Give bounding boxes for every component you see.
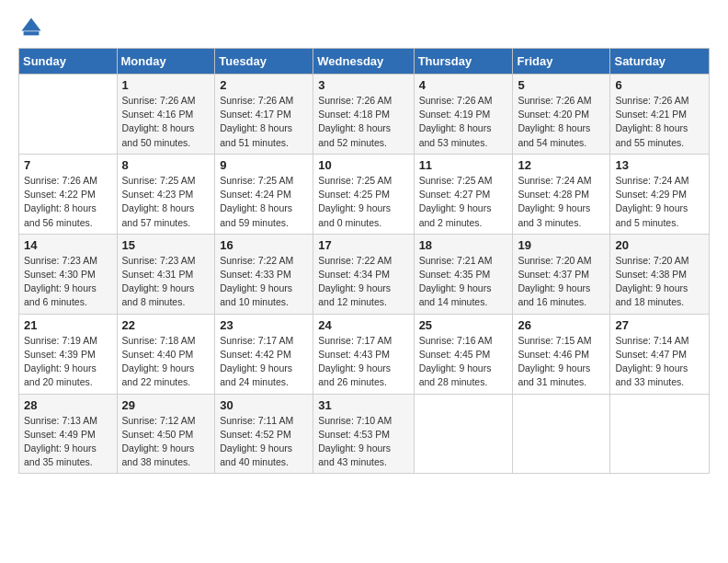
- day-detail: Sunrise: 7:25 AMSunset: 4:23 PMDaylight:…: [122, 174, 210, 230]
- logo-icon: [18, 15, 44, 40]
- day-detail: Sunrise: 7:20 AMSunset: 4:37 PMDaylight:…: [518, 254, 605, 310]
- day-cell: 15Sunrise: 7:23 AMSunset: 4:31 PMDayligh…: [117, 234, 215, 314]
- day-detail: Sunrise: 7:17 AMSunset: 4:43 PMDaylight:…: [318, 334, 408, 390]
- day-cell: 12Sunrise: 7:24 AMSunset: 4:28 PMDayligh…: [513, 154, 610, 234]
- day-cell: 11Sunrise: 7:25 AMSunset: 4:27 PMDayligh…: [414, 154, 513, 234]
- day-number: 28: [24, 398, 112, 412]
- header-day-tuesday: Tuesday: [215, 49, 313, 75]
- day-cell: 8Sunrise: 7:25 AMSunset: 4:23 PMDaylight…: [117, 154, 215, 234]
- day-number: 23: [220, 318, 308, 332]
- day-number: 21: [24, 318, 112, 332]
- day-number: 22: [122, 318, 210, 332]
- day-number: 12: [518, 158, 605, 172]
- day-cell: 3Sunrise: 7:26 AMSunset: 4:18 PMDaylight…: [313, 75, 414, 155]
- header-day-friday: Friday: [513, 49, 610, 75]
- day-number: 2: [220, 78, 308, 92]
- day-number: 19: [518, 238, 605, 252]
- day-cell: 29Sunrise: 7:12 AMSunset: 4:50 PMDayligh…: [117, 394, 215, 474]
- day-number: 11: [419, 158, 508, 172]
- day-detail: Sunrise: 7:25 AMSunset: 4:25 PMDaylight:…: [318, 174, 408, 230]
- day-detail: Sunrise: 7:15 AMSunset: 4:46 PMDaylight:…: [518, 334, 605, 390]
- day-cell: 19Sunrise: 7:20 AMSunset: 4:37 PMDayligh…: [513, 234, 610, 314]
- day-detail: Sunrise: 7:26 AMSunset: 4:20 PMDaylight:…: [518, 94, 605, 150]
- day-cell: 2Sunrise: 7:26 AMSunset: 4:17 PMDaylight…: [215, 75, 313, 155]
- day-cell: 31Sunrise: 7:10 AMSunset: 4:53 PMDayligh…: [313, 394, 414, 474]
- day-detail: Sunrise: 7:17 AMSunset: 4:42 PMDaylight:…: [220, 334, 308, 390]
- day-number: 1: [122, 78, 210, 92]
- day-number: 16: [220, 238, 308, 252]
- day-number: 31: [318, 398, 408, 412]
- day-detail: Sunrise: 7:23 AMSunset: 4:30 PMDaylight:…: [24, 254, 112, 310]
- day-detail: Sunrise: 7:26 AMSunset: 4:16 PMDaylight:…: [122, 94, 210, 150]
- day-cell: [414, 394, 513, 474]
- day-cell: 18Sunrise: 7:21 AMSunset: 4:35 PMDayligh…: [414, 234, 513, 314]
- logo: [18, 15, 48, 40]
- calendar-header: SundayMondayTuesdayWednesdayThursdayFrid…: [19, 49, 710, 75]
- day-cell: 4Sunrise: 7:26 AMSunset: 4:19 PMDaylight…: [414, 75, 513, 155]
- day-detail: Sunrise: 7:21 AMSunset: 4:35 PMDaylight:…: [419, 254, 508, 310]
- day-number: 3: [318, 78, 408, 92]
- day-detail: Sunrise: 7:11 AMSunset: 4:52 PMDaylight:…: [220, 414, 308, 470]
- header-day-thursday: Thursday: [414, 49, 513, 75]
- calendar-body: 1Sunrise: 7:26 AMSunset: 4:16 PMDaylight…: [19, 75, 710, 474]
- header-row: SundayMondayTuesdayWednesdayThursdayFrid…: [19, 49, 710, 75]
- day-cell: 10Sunrise: 7:25 AMSunset: 4:25 PMDayligh…: [313, 154, 414, 234]
- day-cell: 6Sunrise: 7:26 AMSunset: 4:21 PMDaylight…: [610, 75, 710, 155]
- header-day-wednesday: Wednesday: [313, 49, 414, 75]
- day-detail: Sunrise: 7:26 AMSunset: 4:19 PMDaylight:…: [419, 94, 508, 150]
- day-detail: Sunrise: 7:26 AMSunset: 4:17 PMDaylight:…: [220, 94, 308, 150]
- day-detail: Sunrise: 7:14 AMSunset: 4:47 PMDaylight:…: [615, 334, 704, 390]
- day-cell: 13Sunrise: 7:24 AMSunset: 4:29 PMDayligh…: [610, 154, 710, 234]
- day-detail: Sunrise: 7:18 AMSunset: 4:40 PMDaylight:…: [122, 334, 210, 390]
- day-cell: 24Sunrise: 7:17 AMSunset: 4:43 PMDayligh…: [313, 314, 414, 394]
- day-cell: 16Sunrise: 7:22 AMSunset: 4:33 PMDayligh…: [215, 234, 313, 314]
- day-number: 14: [24, 238, 112, 252]
- day-cell: 21Sunrise: 7:19 AMSunset: 4:39 PMDayligh…: [19, 314, 118, 394]
- day-cell: 17Sunrise: 7:22 AMSunset: 4:34 PMDayligh…: [313, 234, 414, 314]
- day-number: 7: [24, 158, 112, 172]
- day-number: 18: [419, 238, 508, 252]
- day-detail: Sunrise: 7:10 AMSunset: 4:53 PMDaylight:…: [318, 414, 408, 470]
- day-cell: 14Sunrise: 7:23 AMSunset: 4:30 PMDayligh…: [19, 234, 118, 314]
- day-cell: [19, 75, 118, 155]
- header-day-saturday: Saturday: [610, 49, 710, 75]
- day-detail: Sunrise: 7:26 AMSunset: 4:18 PMDaylight:…: [318, 94, 408, 150]
- day-detail: Sunrise: 7:26 AMSunset: 4:21 PMDaylight:…: [615, 94, 704, 150]
- header: [18, 15, 710, 40]
- calendar-page: SundayMondayTuesdayWednesdayThursdayFrid…: [0, 0, 728, 563]
- week-row-4: 21Sunrise: 7:19 AMSunset: 4:39 PMDayligh…: [19, 314, 710, 394]
- day-cell: 27Sunrise: 7:14 AMSunset: 4:47 PMDayligh…: [610, 314, 710, 394]
- day-cell: [610, 394, 710, 474]
- day-number: 27: [615, 318, 704, 332]
- day-cell: 5Sunrise: 7:26 AMSunset: 4:20 PMDaylight…: [513, 75, 610, 155]
- day-number: 10: [318, 158, 408, 172]
- day-number: 8: [122, 158, 210, 172]
- day-detail: Sunrise: 7:23 AMSunset: 4:31 PMDaylight:…: [122, 254, 210, 310]
- day-cell: 9Sunrise: 7:25 AMSunset: 4:24 PMDaylight…: [215, 154, 313, 234]
- day-detail: Sunrise: 7:26 AMSunset: 4:22 PMDaylight:…: [24, 174, 112, 230]
- svg-marker-0: [22, 18, 41, 31]
- day-detail: Sunrise: 7:25 AMSunset: 4:27 PMDaylight:…: [419, 174, 508, 230]
- day-number: 9: [220, 158, 308, 172]
- day-detail: Sunrise: 7:24 AMSunset: 4:28 PMDaylight:…: [518, 174, 605, 230]
- day-number: 17: [318, 238, 408, 252]
- day-cell: [513, 394, 610, 474]
- day-detail: Sunrise: 7:12 AMSunset: 4:50 PMDaylight:…: [122, 414, 210, 470]
- calendar-table: SundayMondayTuesdayWednesdayThursdayFrid…: [18, 48, 710, 474]
- day-number: 20: [615, 238, 704, 252]
- header-day-sunday: Sunday: [19, 49, 118, 75]
- day-detail: Sunrise: 7:22 AMSunset: 4:34 PMDaylight:…: [318, 254, 408, 310]
- day-cell: 20Sunrise: 7:20 AMSunset: 4:38 PMDayligh…: [610, 234, 710, 314]
- day-cell: 26Sunrise: 7:15 AMSunset: 4:46 PMDayligh…: [513, 314, 610, 394]
- week-row-2: 7Sunrise: 7:26 AMSunset: 4:22 PMDaylight…: [19, 154, 710, 234]
- week-row-3: 14Sunrise: 7:23 AMSunset: 4:30 PMDayligh…: [19, 234, 710, 314]
- day-number: 25: [419, 318, 508, 332]
- day-detail: Sunrise: 7:13 AMSunset: 4:49 PMDaylight:…: [24, 414, 112, 470]
- day-detail: Sunrise: 7:25 AMSunset: 4:24 PMDaylight:…: [220, 174, 308, 230]
- day-cell: 30Sunrise: 7:11 AMSunset: 4:52 PMDayligh…: [215, 394, 313, 474]
- day-number: 26: [518, 318, 605, 332]
- day-number: 24: [318, 318, 408, 332]
- day-cell: 1Sunrise: 7:26 AMSunset: 4:16 PMDaylight…: [117, 75, 215, 155]
- day-cell: 7Sunrise: 7:26 AMSunset: 4:22 PMDaylight…: [19, 154, 118, 234]
- day-detail: Sunrise: 7:24 AMSunset: 4:29 PMDaylight:…: [615, 174, 704, 230]
